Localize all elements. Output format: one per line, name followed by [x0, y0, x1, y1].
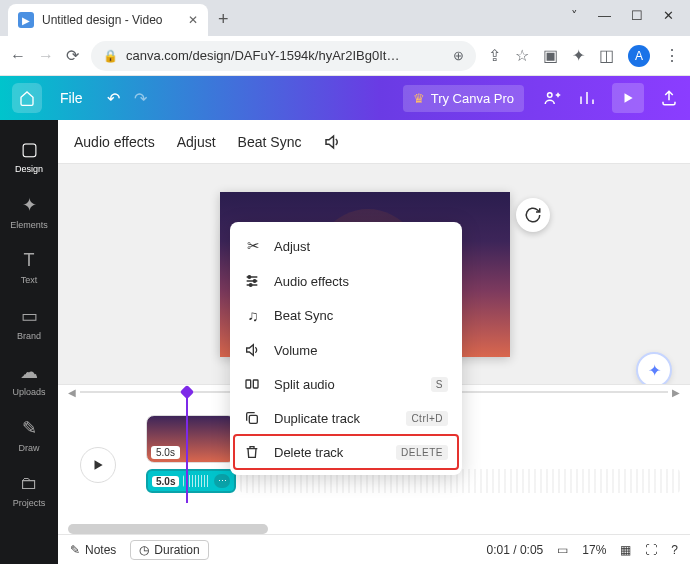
undo-redo-group: ↶ ↷ — [107, 89, 147, 108]
ctx-adjust[interactable]: ✂ Adjust — [230, 228, 462, 264]
sliders-icon — [244, 273, 262, 289]
ctx-split-audio[interactable]: Split audio S — [230, 367, 462, 401]
ctx-label: Volume — [274, 343, 317, 358]
profile-avatar[interactable]: A — [628, 45, 650, 67]
canva-top-bar: File ↶ ↷ ♛ Try Canva Pro — [0, 76, 690, 120]
ctx-label: Split audio — [274, 377, 335, 392]
ctx-beat-sync[interactable]: ♫ Beat Sync — [230, 298, 462, 333]
scissors-icon: ✂ — [244, 237, 262, 255]
share-icon[interactable]: ⇪ — [488, 46, 501, 65]
clip-more-icon[interactable]: ⋯ — [214, 474, 230, 488]
tab-title: Untitled design - Video — [42, 13, 163, 27]
zoom-level[interactable]: 17% — [582, 543, 606, 557]
new-tab-button[interactable]: + — [218, 9, 229, 36]
sidebar-item-uploads[interactable]: ☁ Uploads — [0, 353, 58, 405]
ctx-duplicate-track[interactable]: Duplicate track Ctrl+D — [230, 401, 462, 435]
search-in-page-icon[interactable]: ⊕ — [453, 48, 464, 63]
install-icon[interactable]: ▣ — [543, 46, 558, 65]
tool-audio-effects[interactable]: Audio effects — [74, 134, 155, 150]
timeline-scrollbar[interactable] — [68, 524, 268, 534]
chevron-down-icon[interactable]: ˅ — [571, 8, 578, 23]
view-mode-icon[interactable]: ▭ — [557, 543, 568, 557]
svg-rect-5 — [253, 380, 258, 388]
sidebar-item-elements[interactable]: ✦ Elements — [0, 186, 58, 238]
sidebar-item-brand[interactable]: ▭ Brand — [0, 297, 58, 349]
fullscreen-icon[interactable]: ⛶ — [645, 543, 657, 557]
ctx-volume[interactable]: Volume — [230, 333, 462, 367]
design-icon: ▢ — [21, 138, 38, 160]
close-tab-icon[interactable]: ✕ — [188, 13, 198, 27]
svg-point-3 — [249, 284, 252, 287]
notes-icon: ✎ — [70, 543, 80, 557]
redo-icon[interactable]: ↷ — [134, 89, 147, 108]
address-bar: ← → ⟳ 🔒 canva.com/design/DAFuY-1594k/hyA… — [0, 36, 690, 76]
projects-icon: 🗀 — [20, 473, 38, 494]
ctx-label: Beat Sync — [274, 308, 333, 323]
sidebar-item-text[interactable]: T Text — [0, 242, 58, 293]
reload-icon[interactable]: ⟳ — [66, 46, 79, 65]
present-button[interactable] — [612, 83, 644, 113]
extensions-icon[interactable]: ✦ — [572, 46, 585, 65]
url-field[interactable]: 🔒 canva.com/design/DAFuY-1594k/hyAr2IBg0… — [91, 41, 476, 71]
home-button[interactable] — [12, 83, 42, 113]
sidebar-item-draw[interactable]: ✎ Draw — [0, 409, 58, 461]
grid-view-icon[interactable]: ▦ — [620, 543, 631, 557]
sidebar-label: Elements — [10, 220, 48, 230]
share-export-icon[interactable] — [660, 89, 678, 107]
browser-tab-bar: ▶ Untitled design - Video ✕ + ˅ — ☐ ✕ — [0, 0, 690, 36]
timeline-play-button[interactable] — [80, 447, 116, 483]
svg-point-1 — [248, 276, 251, 279]
video-clip[interactable]: 5.0s — [146, 415, 236, 463]
back-icon[interactable]: ← — [10, 47, 26, 65]
ctx-delete-track[interactable]: Delete track DELETE — [234, 435, 458, 469]
tool-beat-sync[interactable]: Beat Sync — [238, 134, 302, 150]
sidebar-label: Uploads — [12, 387, 45, 397]
forward-icon[interactable]: → — [38, 47, 54, 65]
close-window-icon[interactable]: ✕ — [663, 8, 674, 23]
canva-favicon: ▶ — [18, 12, 34, 28]
sidepanel-icon[interactable]: ◫ — [599, 46, 614, 65]
analytics-icon[interactable] — [578, 89, 596, 107]
brand-icon: ▭ — [21, 305, 38, 327]
file-menu[interactable]: File — [60, 90, 83, 106]
try-pro-label: Try Canva Pro — [431, 91, 514, 106]
notes-button[interactable]: ✎ Notes — [70, 543, 116, 557]
scroll-left-icon[interactable]: ◀ — [68, 387, 76, 398]
minimize-icon[interactable]: — — [598, 8, 611, 23]
notes-label: Notes — [85, 543, 116, 557]
scroll-right-icon[interactable]: ▶ — [672, 387, 680, 398]
regenerate-button[interactable] — [516, 198, 550, 232]
volume-icon[interactable] — [323, 133, 341, 151]
help-icon[interactable]: ? — [671, 543, 678, 557]
kebab-menu-icon[interactable]: ⋮ — [664, 46, 680, 65]
sidebar-label: Projects — [13, 498, 46, 508]
duplicate-icon — [244, 410, 262, 426]
lock-icon: 🔒 — [103, 49, 118, 63]
collaborators-icon[interactable] — [542, 89, 562, 107]
undo-icon[interactable]: ↶ — [107, 89, 120, 108]
try-canva-pro-button[interactable]: ♛ Try Canva Pro — [403, 85, 524, 112]
duration-label: Duration — [154, 543, 199, 557]
split-icon — [244, 376, 262, 392]
ctx-shortcut: S — [431, 377, 448, 392]
draw-icon: ✎ — [22, 417, 37, 439]
sidebar-label: Design — [15, 164, 43, 174]
maximize-icon[interactable]: ☐ — [631, 8, 643, 23]
tool-adjust[interactable]: Adjust — [177, 134, 216, 150]
playhead[interactable] — [186, 391, 188, 503]
speaker-icon — [244, 342, 262, 358]
ctx-label: Duplicate track — [274, 411, 360, 426]
ctx-audio-effects[interactable]: Audio effects — [230, 264, 462, 298]
svg-point-0 — [548, 93, 553, 98]
sidebar-item-projects[interactable]: 🗀 Projects — [0, 465, 58, 516]
duration-button[interactable]: ◷ Duration — [130, 540, 208, 560]
star-icon[interactable]: ☆ — [515, 46, 529, 65]
sidebar-label: Brand — [17, 331, 41, 341]
browser-tab[interactable]: ▶ Untitled design - Video ✕ — [8, 4, 208, 36]
context-menu: ✂ Adjust Audio effects ♫ Beat Sync Volum… — [230, 222, 462, 475]
sidebar-item-design[interactable]: ▢ Design — [0, 130, 58, 182]
audio-clip[interactable]: 5.0s ⋯ — [146, 469, 236, 493]
audio-clip-duration: 5.0s — [152, 476, 179, 487]
address-actions: ⇪ ☆ ▣ ✦ ◫ A ⋮ — [488, 45, 680, 67]
magic-sparkle-button[interactable]: ✦ — [636, 352, 672, 388]
